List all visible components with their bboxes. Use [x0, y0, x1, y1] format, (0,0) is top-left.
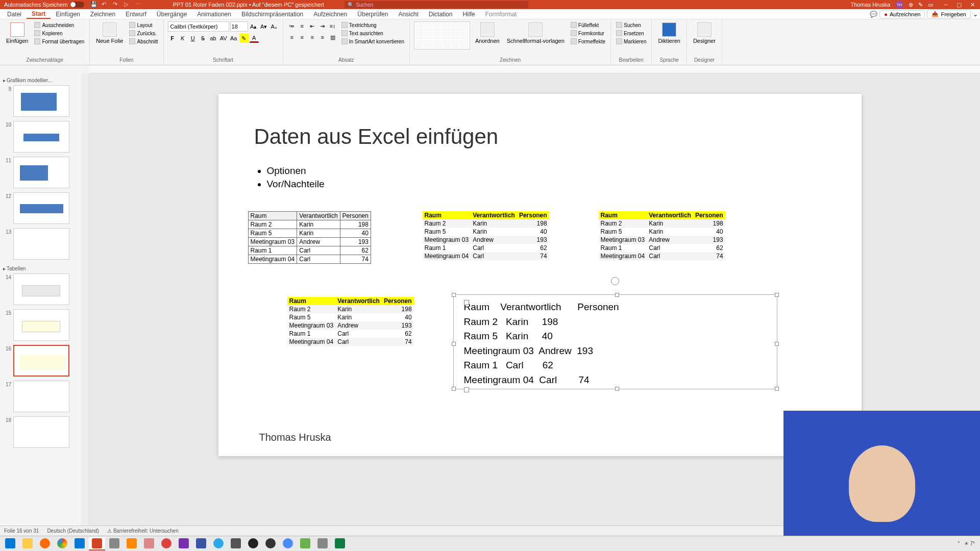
replace-button[interactable]: Ersetzen: [615, 30, 647, 37]
taskbar-app-icon[interactable]: [141, 537, 157, 550]
taskbar-app-icon[interactable]: [158, 537, 175, 550]
taskbar-firefox-icon[interactable]: [37, 537, 53, 550]
cut-button[interactable]: Ausschneiden: [33, 21, 85, 29]
record-button[interactable]: ●Aufzeichnen: [879, 10, 925, 18]
section-button[interactable]: Abschnitt: [128, 38, 159, 45]
taskbar-app-icon[interactable]: [262, 537, 279, 550]
strikethrough-button[interactable]: S̶: [199, 34, 208, 43]
save-icon[interactable]: 💾: [90, 1, 97, 8]
copy-button[interactable]: Kopieren: [33, 30, 85, 37]
align-right-button[interactable]: ≡: [308, 33, 317, 42]
taskbar-app-icon[interactable]: [228, 537, 244, 550]
tab-review[interactable]: Überprüfen: [352, 9, 393, 19]
font-name-select[interactable]: Calibri (Textkörper): [168, 21, 229, 32]
autosave-toggle[interactable]: Automatisches Speichern: [4, 2, 84, 8]
tab-animations[interactable]: Animationen: [192, 9, 236, 19]
decrease-indent-button[interactable]: ⇤: [308, 21, 317, 31]
format-painter-button[interactable]: Format übertragen: [33, 38, 85, 45]
align-left-button[interactable]: ≡: [287, 33, 297, 42]
bold-button[interactable]: F: [168, 34, 177, 43]
undo-icon[interactable]: ↶: [102, 1, 109, 8]
user-avatar[interactable]: TH: [895, 1, 903, 9]
pasted-table-yellow-3[interactable]: RaumVerantwortlichPersonen Raum 2Karin19…: [599, 211, 725, 260]
selection-handle[interactable]: [775, 342, 779, 346]
slide-thumb-16[interactable]: [13, 345, 69, 377]
more-icon[interactable]: ⋯: [135, 1, 142, 8]
start-button[interactable]: [2, 537, 18, 550]
maximize-button[interactable]: ▢: [955, 1, 963, 8]
layout-button[interactable]: Layout: [128, 21, 159, 29]
selection-handle[interactable]: [452, 293, 456, 297]
paste-button[interactable]: Einfügen: [4, 21, 30, 45]
slide-bullets[interactable]: Optionen Vor/Nachteile: [254, 165, 325, 192]
clear-formatting-icon[interactable]: Aₓ: [270, 22, 279, 31]
selection-handle[interactable]: [615, 387, 619, 391]
font-size-select[interactable]: 18: [230, 21, 248, 32]
taskbar-outlook-icon[interactable]: [71, 537, 88, 550]
tab-help[interactable]: Hilfe: [457, 9, 480, 19]
underline-button[interactable]: U: [188, 34, 198, 43]
ribbon-display-icon[interactable]: ▭: [928, 2, 933, 8]
tab-shape-format[interactable]: Formformat: [480, 9, 522, 19]
highlight-button[interactable]: ✎: [239, 34, 249, 43]
shape-fill-button[interactable]: Fülleffekt: [570, 21, 606, 29]
tab-dictation[interactable]: Dictation: [424, 9, 458, 19]
case-button[interactable]: Aa: [229, 34, 238, 43]
slide-thumb-12[interactable]: [13, 192, 69, 224]
comments-icon[interactable]: 💬: [870, 11, 877, 18]
numbering-button[interactable]: ≡: [298, 21, 307, 31]
selection-handle[interactable]: [775, 293, 779, 297]
shape-outline-button[interactable]: Formkontur: [570, 30, 606, 37]
toggle-switch[interactable]: [70, 2, 84, 8]
justify-button[interactable]: ≡: [318, 33, 327, 42]
tab-start[interactable]: Start: [27, 9, 51, 19]
taskbar-powerpoint-icon[interactable]: [89, 537, 105, 550]
font-color-button[interactable]: A: [250, 34, 259, 43]
spacing-button[interactable]: AV: [219, 34, 228, 43]
share-button[interactable]: 📤Freigeben: [927, 10, 971, 18]
new-slide-button[interactable]: Neue Folie: [94, 21, 125, 45]
taskbar-vlc-icon[interactable]: [124, 537, 140, 550]
pasted-text-box-selected[interactable]: Raum Verantwortlich Personen Raum 2 Kari…: [453, 294, 777, 389]
ribbon-mode-icon[interactable]: ✎: [918, 2, 923, 8]
slide-thumb-17[interactable]: [13, 381, 69, 412]
redo-icon[interactable]: ↷: [113, 1, 120, 8]
designer-button[interactable]: Designer: [691, 21, 718, 45]
italic-button[interactable]: K: [178, 34, 187, 43]
line-spacing-button[interactable]: ≡↕: [328, 21, 337, 31]
reset-button[interactable]: Zurücks.: [128, 30, 159, 37]
taskbar-obs-icon[interactable]: [245, 537, 261, 550]
taskbar-chrome-icon[interactable]: [54, 537, 70, 550]
slide-footer-author[interactable]: Thomas Hruska: [259, 432, 331, 443]
pasted-table-yellow-2[interactable]: RaumVerantwortlichPersonen Raum 2Karin19…: [423, 211, 549, 260]
tray-expand-icon[interactable]: ˄: [958, 541, 960, 546]
select-button[interactable]: Markieren: [615, 38, 647, 45]
slide-canvas[interactable]: Daten aus Excel einfügen Optionen Vor/Na…: [218, 94, 862, 456]
slide-thumb-14[interactable]: [13, 273, 69, 305]
align-center-button[interactable]: ≡: [298, 33, 307, 42]
shapes-gallery[interactable]: [414, 21, 470, 49]
minimize-button[interactable]: ─: [942, 1, 949, 8]
language-status[interactable]: Deutsch (Deutschland): [47, 528, 99, 534]
shadow-button[interactable]: ab: [209, 34, 218, 43]
align-text-button[interactable]: Text ausrichten: [340, 30, 405, 37]
slide-counter[interactable]: Folie 16 von 31: [4, 528, 39, 534]
increase-indent-button[interactable]: ⇥: [318, 21, 327, 31]
taskbar-explorer-icon[interactable]: [19, 537, 36, 550]
taskbar-onenote-icon[interactable]: [176, 537, 192, 550]
slide-thumb-11[interactable]: [13, 157, 69, 188]
tab-record[interactable]: Aufzeichnen: [308, 9, 352, 19]
tab-design[interactable]: Entwurf: [120, 9, 152, 19]
section-header[interactable]: ▸ Tabellen: [2, 264, 79, 273]
slide-thumb-10[interactable]: [13, 121, 69, 153]
tab-slideshow[interactable]: Bildschirmpräsentation: [236, 9, 308, 19]
taskbar-app-icon[interactable]: [314, 537, 331, 550]
tab-insert[interactable]: Einfügen: [51, 9, 85, 19]
taskbar-app-icon[interactable]: [297, 537, 313, 550]
rotate-handle-icon[interactable]: [611, 277, 619, 285]
close-button[interactable]: ✕: [969, 1, 976, 8]
selection-handle[interactable]: [452, 342, 456, 346]
start-from-beginning-icon[interactable]: ▷: [124, 1, 131, 8]
section-header[interactable]: ▸ Grafiken modellier...: [2, 76, 79, 85]
slide-thumb-18[interactable]: [13, 416, 69, 448]
